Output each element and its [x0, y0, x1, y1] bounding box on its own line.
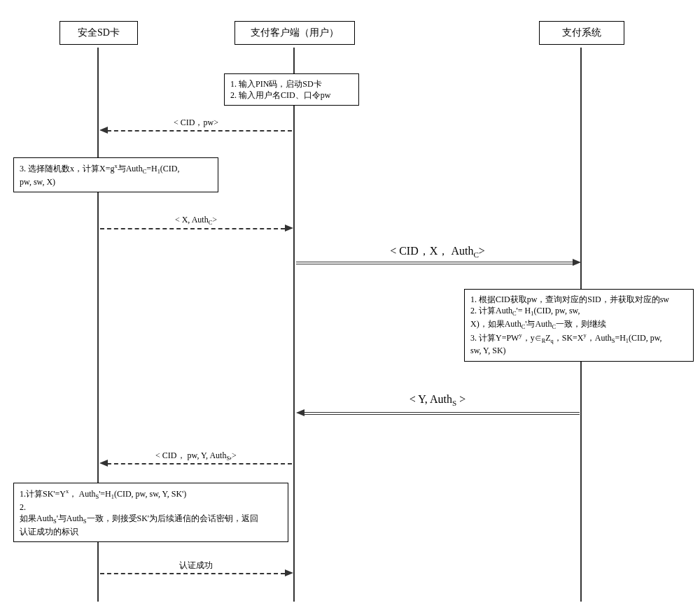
arrow-cid-x-authc [296, 262, 573, 264]
label-cid-pw: < CID，pw> [126, 117, 266, 129]
note-system-s5: sw, Y, SK) [470, 345, 687, 356]
note-sd-final-l1: 1.计算SK'=Yx， AuthS'=H1(CID, pw, sw, Y, SK… [20, 488, 282, 502]
arrowhead-auth-success [285, 569, 293, 576]
note-system: 1. 根据CID获取pw，查询对应的SID，并获取对应的sw 2. 计算Auth… [464, 289, 694, 362]
label-auth-success: 认证成功 [126, 560, 266, 572]
lane-header-client: 支付客户端（用户） [234, 21, 355, 45]
note-sd-final-l2: 2. [20, 502, 282, 513]
note-sd-step3: 3. 选择随机数x，计算X=gx与AuthC=H1(CID, pw, sw, X… [13, 157, 218, 192]
note-system-s1: 1. 根据CID获取pw，查询对应的SID，并获取对应的sw [470, 294, 687, 305]
arrowhead-cid-pw [99, 127, 108, 134]
note-sd-final-l4: 认证成功的标识 [20, 526, 282, 537]
note-sd-step3-l2: pw, sw, X) [20, 176, 212, 187]
arrowhead-x-authc [285, 225, 293, 232]
arrowhead-y-auths [296, 409, 304, 416]
note-sd-final-l3: 如果AuthS'与AuthS一致，则接受SK'为后续通信的会话密钥，返回 [20, 513, 282, 526]
label-cid-pw-y-auths: < CID， pw, Y, AuthS,> [126, 450, 266, 462]
note-sd-step3-l1: 3. 选择随机数x，计算X=gx与AuthC=H1(CID, [20, 162, 212, 176]
arrow-auth-success [100, 573, 285, 574]
note-client-start-l1: 1. 输入PIN码，启动SD卡 [230, 78, 353, 90]
label-cid-x-authc: < CID，X， AuthC> [329, 244, 546, 259]
arrow-cid-pw-y-auths [107, 463, 292, 464]
label-y-auths: < Y, AuthS > [329, 393, 546, 407]
lane-header-sd: 安全SD卡 [59, 21, 138, 45]
arrow-cid-pw [107, 130, 292, 132]
note-sd-final: 1.计算SK'=Yx， AuthS'=H1(CID, pw, sw, Y, SK… [13, 483, 288, 542]
note-client-start-l2: 2. 输入用户名CID、口令pw [230, 90, 353, 101]
arrowhead-cid-pw-y-auths [99, 460, 108, 467]
label-x-authc: < X, AuthC> [126, 215, 266, 226]
lifeline-client [293, 48, 295, 602]
arrow-x-authc [100, 228, 285, 229]
arrowhead-cid-x-authc [573, 259, 581, 266]
note-system-s3: X)，如果AuthC'与AuthC一致，则继续 [470, 318, 687, 332]
note-system-s4: 3. 计算Y=PWy，y∈RZq，SK=Xy，AuthS=H1(CID, pw, [470, 332, 687, 346]
arrow-y-auths [304, 412, 580, 415]
note-client-start: 1. 输入PIN码，启动SD卡 2. 输入用户名CID、口令pw [224, 73, 359, 106]
lane-header-system: 支付系统 [539, 21, 624, 45]
note-system-s2: 2. 计算AuthC'= H1(CID, pw, sw, [470, 305, 687, 318]
